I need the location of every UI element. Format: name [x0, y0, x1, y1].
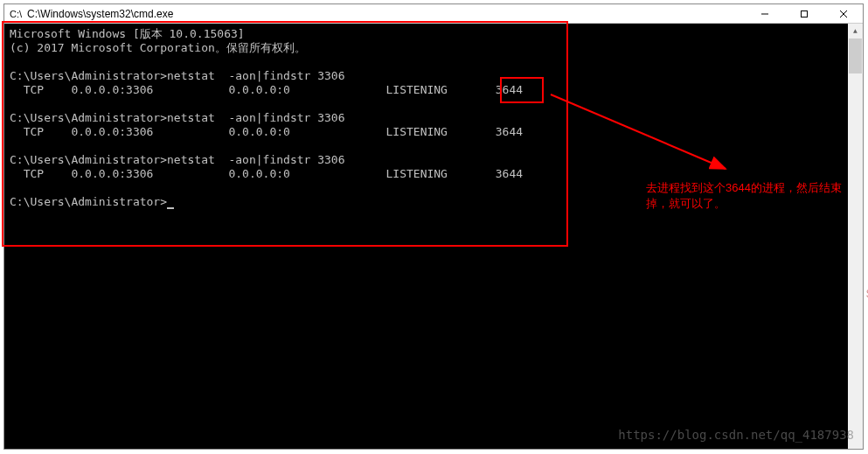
prompt: C:\Users\Administrator>	[10, 69, 167, 82]
cursor	[167, 207, 174, 209]
annotation-text: 去进程找到这个3644的进程，然后结束掉，就可以了。	[646, 180, 863, 212]
svg-rect-1	[801, 10, 807, 17]
result-local: 0.0.0.0:3306	[71, 125, 153, 138]
banner-line: Microsoft Windows [版本 10.0.15063]	[10, 27, 245, 40]
minimize-button[interactable]	[745, 4, 784, 24]
result-pid: 3644	[496, 125, 523, 138]
maximize-button[interactable]	[784, 4, 823, 24]
cmd-icon: C:\	[9, 7, 23, 21]
command-text: netstat -aon|findstr 3306	[167, 69, 345, 82]
result-state: LISTENING	[386, 125, 448, 138]
console-output[interactable]: Microsoft Windows [版本 10.0.15063] (c) 20…	[4, 24, 848, 449]
prompt: C:\Users\Administrator>	[10, 111, 167, 124]
command-text: netstat -aon|findstr 3306	[167, 153, 345, 166]
prompt: C:\Users\Administrator>	[10, 195, 167, 208]
result-foreign: 0.0.0.0:0	[228, 83, 289, 96]
banner-line: (c) 2017 Microsoft Corporation。保留所有权利。	[10, 41, 306, 54]
vertical-scrollbar[interactable]: ▲	[848, 24, 863, 449]
console-area: Microsoft Windows [版本 10.0.15063] (c) 20…	[4, 24, 863, 449]
result-local: 0.0.0.0:3306	[71, 83, 153, 96]
result-foreign: 0.0.0.0:0	[228, 125, 289, 138]
close-button[interactable]	[823, 4, 863, 24]
result-pid: 3644	[496, 167, 523, 180]
titlebar[interactable]: C:\ C:\Windows\system32\cmd.exe	[4, 4, 863, 24]
result-proto: TCP	[24, 125, 44, 138]
scroll-thumb[interactable]	[849, 38, 862, 73]
result-state: LISTENING	[386, 167, 448, 180]
window-title: C:\Windows\system32\cmd.exe	[27, 8, 745, 20]
prompt: C:\Users\Administrator>	[10, 153, 167, 166]
result-local: 0.0.0.0:3306	[71, 167, 153, 180]
result-foreign: 0.0.0.0:0	[228, 167, 289, 180]
scroll-up-arrow-icon[interactable]: ▲	[848, 24, 863, 38]
cmd-window: C:\ C:\Windows\system32\cmd.exe Microsof…	[3, 3, 864, 450]
result-pid: 3644	[496, 83, 523, 96]
result-state: LISTENING	[386, 83, 448, 96]
watermark-text: https://blog.csdn.net/qq_4187938	[618, 428, 854, 442]
window-controls	[745, 4, 863, 24]
command-text: netstat -aon|findstr 3306	[167, 111, 345, 124]
result-proto: TCP	[24, 83, 44, 96]
result-proto: TCP	[24, 167, 44, 180]
